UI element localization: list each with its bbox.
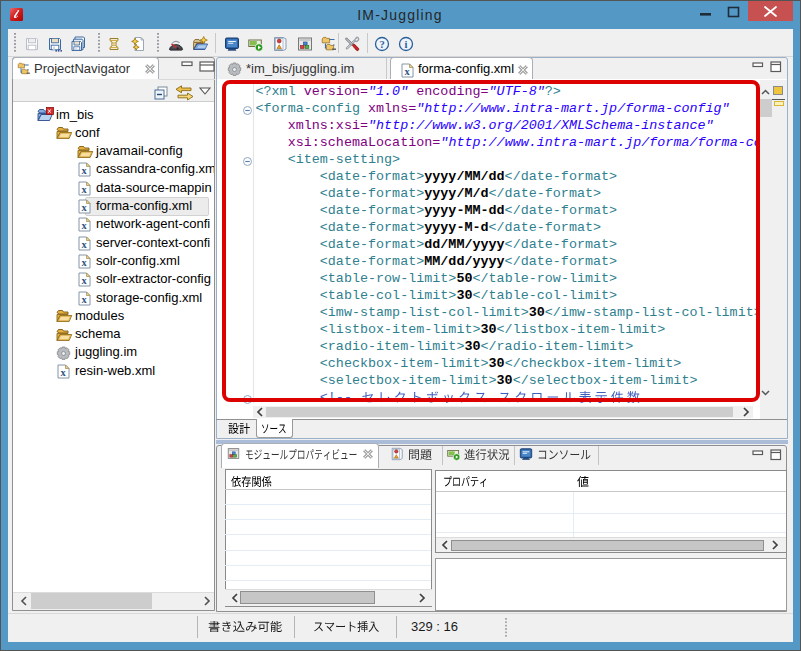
- svg-text:x: x: [81, 275, 87, 286]
- svg-text:x: x: [81, 165, 87, 176]
- svg-text:x: x: [81, 184, 87, 195]
- svg-text:x: x: [404, 66, 410, 77]
- svg-text:x: x: [81, 239, 87, 250]
- svg-text:?: ?: [379, 39, 384, 50]
- svg-text:x: x: [81, 202, 87, 213]
- svg-text:x: x: [81, 294, 87, 305]
- svg-text:i: i: [405, 39, 408, 50]
- svg-text:x: x: [60, 367, 66, 378]
- svg-text:x: x: [81, 220, 87, 231]
- svg-text:x: x: [81, 257, 87, 268]
